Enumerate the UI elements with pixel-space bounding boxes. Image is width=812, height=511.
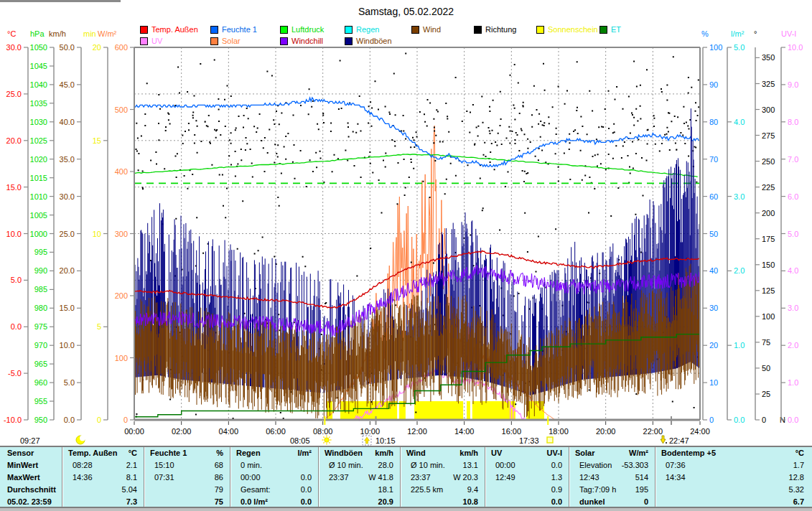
stat-cell-r1-value: 86	[215, 472, 223, 484]
axis-unit-hPa: hPa	[30, 29, 45, 38]
stat-cell-r0-label: Elevation	[579, 459, 612, 472]
svg-text:5: 5	[97, 322, 101, 331]
svg-text:350: 350	[762, 53, 775, 62]
svg-text:15.0: 15.0	[60, 304, 75, 312]
stat-cell-r1-value: W 20.3	[453, 472, 478, 484]
stat-cell-r1-value: 12.8	[789, 472, 804, 484]
legend-color-swatch	[140, 26, 148, 34]
svg-text:25.0: 25.0	[6, 90, 22, 98]
legend-label: Feuchte 1	[222, 25, 257, 34]
stat-cell-r3-label: dunkel	[579, 496, 605, 508]
column-header-label: Regen	[236, 447, 261, 459]
stat-cell-r1: 14:3412.8	[655, 472, 811, 484]
row-label-1-label: MinWert	[7, 459, 38, 472]
svg-text:100: 100	[115, 354, 128, 362]
stat-cell-r3-label: 0.0 l/m²	[241, 496, 268, 508]
stat-cell-r2: 225.5 km9.4	[401, 484, 485, 496]
svg-text:-10.0: -10.0	[4, 416, 22, 424]
stat-cell-r1: 12:43514	[569, 472, 655, 484]
svg-text:600: 600	[115, 43, 128, 52]
chart-title: Samstag, 05.02.2022	[0, 6, 812, 17]
svg-text:6.0: 6.0	[788, 192, 798, 201]
column-header-label: Solar	[575, 447, 595, 459]
column-header: UVUV-I	[485, 447, 569, 459]
svg-text:1.0: 1.0	[734, 341, 745, 350]
stat-cell-r0: 00:000.0	[485, 459, 569, 472]
stat-cell-r0-label: 15:10	[154, 459, 174, 472]
svg-text:2.0: 2.0	[788, 341, 798, 350]
column-feuchte-1: Feuchte 1%15:106807:31867975	[144, 447, 230, 507]
stat-cell-r2-value: 9.4	[467, 484, 478, 496]
svg-text:1035: 1035	[30, 99, 47, 108]
svg-text:250: 250	[762, 157, 775, 166]
svg-text:1045: 1045	[30, 62, 47, 70]
stat-cell-r1-value: W 41.8	[368, 472, 393, 484]
svg-text:980: 980	[34, 304, 47, 312]
svg-text:1010: 1010	[30, 192, 47, 201]
svg-text:1015: 1015	[30, 174, 47, 182]
svg-text:1040: 1040	[30, 80, 47, 89]
stat-cell-r2-label: 225.5 km	[411, 484, 443, 496]
stat-cell-r2-label: Tag:7:09 h	[579, 484, 616, 496]
legend-label: Temp. Außen	[151, 25, 198, 34]
row-label-3: Durchschnitt	[1, 484, 62, 496]
row-label-4-label: 05.02. 23:59	[7, 496, 52, 508]
stat-cell-r1: 07:3186	[144, 472, 230, 484]
column-header-value: °C	[795, 447, 804, 459]
row-label-4: 05.02. 23:59	[1, 496, 62, 508]
svg-text:0: 0	[762, 416, 766, 424]
legend-item-feuchte-1: Feuchte 1	[210, 25, 257, 34]
stat-cell-r3: dunkel0	[569, 496, 655, 508]
svg-text:20: 20	[93, 43, 101, 52]
svg-text:16:00: 16:00	[502, 427, 522, 436]
stat-cell-r3-value: 7.3	[126, 496, 137, 508]
svg-text:45.0: 45.0	[60, 80, 75, 89]
axis-unit-: %	[701, 29, 709, 38]
svg-text:18:00: 18:00	[549, 427, 569, 436]
svg-text:10:15: 10:15	[375, 436, 396, 445]
stat-cell-r0-label: 08:28	[73, 459, 93, 472]
svg-text:0: 0	[709, 416, 714, 424]
legend-color-swatch	[536, 26, 544, 34]
stat-cell-r2-value: 18.1	[378, 484, 393, 496]
svg-text:960: 960	[34, 378, 47, 387]
svg-text:20.0: 20.0	[60, 266, 75, 275]
svg-text:150: 150	[762, 261, 775, 269]
legend-color-swatch	[474, 26, 482, 34]
legend-item-wind: Wind	[411, 25, 441, 34]
stat-cell-r3-value: 0.0	[301, 496, 312, 508]
svg-text:1030: 1030	[30, 118, 47, 126]
svg-text:970: 970	[34, 341, 47, 350]
column-header-value: UV-I	[547, 447, 562, 459]
svg-text:50: 50	[762, 364, 770, 372]
axis-unit-C: °C	[7, 29, 16, 38]
svg-text:200: 200	[762, 209, 775, 217]
legend-item-regen: Regen	[345, 25, 379, 34]
stat-cell-r2: 18.1	[319, 484, 400, 496]
column-header-value: km/h	[375, 447, 393, 459]
stat-cell-r2-label: Gesamt:	[241, 484, 271, 496]
legend-label: Luftdruck	[291, 25, 324, 34]
stat-cell-r1: 23:37W 20.3	[401, 472, 485, 484]
svg-text:200: 200	[115, 291, 128, 300]
axis-unit-UVI: UV-I	[781, 29, 796, 38]
axis-unit-: °	[754, 29, 757, 38]
column-header: Bodentemp +5°C	[655, 447, 811, 459]
stat-cell-r0: 07:361.7	[655, 459, 811, 472]
stat-cell-r1-label: 14:34	[666, 472, 686, 484]
stat-cell-r0-value: 28.0	[378, 459, 393, 472]
axis-unit-Wm: W/m²	[98, 29, 116, 38]
svg-text:0.0: 0.0	[734, 416, 745, 424]
stat-cell-r1: 12:491.3	[485, 472, 569, 484]
stat-cell-r2: Gesamt:0.0	[230, 484, 318, 496]
svg-text:500: 500	[115, 106, 128, 114]
column-wind: Windkm/hØ 10 min.13.123:37W 20.3225.5 km…	[400, 447, 485, 507]
stat-cell-r1-label: 12:49	[495, 472, 515, 484]
column-header-label: Feuchte 1	[150, 447, 187, 459]
stat-cell-r0: 0 min.	[230, 459, 318, 472]
svg-text:400: 400	[115, 167, 128, 176]
row-label-1: MinWert	[1, 459, 62, 472]
svg-text:30.0: 30.0	[60, 192, 75, 201]
stat-cell-r3: 0.0 l/m²0.0	[230, 496, 318, 508]
svg-text:08:00: 08:00	[313, 427, 333, 436]
